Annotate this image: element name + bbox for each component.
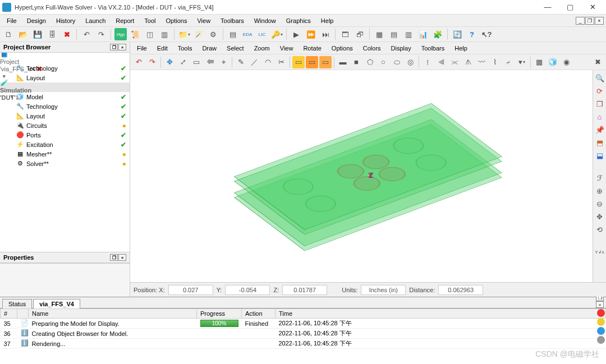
ed-menu-view[interactable]: View	[276, 44, 298, 53]
dot-info-icon[interactable]	[597, 327, 605, 335]
shape-ellipse-icon[interactable]: ⬭	[391, 56, 403, 68]
menu-history[interactable]: History	[52, 16, 80, 25]
via1-icon[interactable]: ⫶	[421, 56, 434, 68]
dot-other-icon[interactable]	[597, 336, 605, 344]
reset-icon[interactable]: ⟲	[594, 224, 605, 235]
anchor-icon[interactable]: ⌖	[217, 56, 229, 68]
help-icon[interactable]: ?	[466, 28, 478, 40]
menu-report[interactable]: Report	[111, 16, 139, 25]
rect-orange2-icon[interactable]: ▭	[319, 56, 332, 68]
menu-view[interactable]: View	[192, 16, 215, 25]
ed-menu-colors[interactable]: Colors	[359, 44, 385, 53]
script-icon[interactable]: 📜	[129, 28, 141, 40]
delete-icon[interactable]: ✖	[61, 28, 73, 40]
mdi-minimize-button[interactable]: _	[576, 17, 585, 25]
run1-icon[interactable]: ▶	[290, 28, 302, 40]
log-close-button[interactable]: ×	[596, 301, 604, 308]
whatsthis-icon[interactable]: ↖?	[480, 28, 493, 40]
ed-menu-toolbars[interactable]: Toolbars	[417, 44, 449, 53]
shape-ring-icon[interactable]: ◎	[404, 56, 416, 68]
cut-icon[interactable]: ✂	[275, 56, 287, 68]
ed-menu-display[interactable]: Display	[387, 44, 416, 53]
ed-menu-zoom[interactable]: Zoom	[250, 44, 274, 53]
log-row[interactable]: 37ℹ️Rendering...2022-11-06, 10:45:28 下午	[1, 339, 606, 349]
rotate-icon[interactable]: ⟳	[594, 85, 605, 96]
mdi-close-button[interactable]: ×	[595, 17, 604, 25]
open-icon[interactable]: 📂	[17, 28, 29, 40]
view-front-icon[interactable]: ⬓	[594, 150, 605, 161]
trace2-icon[interactable]: ⌇	[489, 56, 501, 68]
via4-icon[interactable]: ⩚	[462, 56, 474, 68]
ed-menu-draw[interactable]: Draw	[198, 44, 221, 53]
lic-icon[interactable]: LIC	[256, 28, 268, 40]
tab-status[interactable]: Status	[2, 299, 32, 308]
panel-undock-button[interactable]: ❐	[110, 44, 118, 50]
tree-item[interactable]: ▦Mesher**●	[0, 149, 130, 159]
dropdown-icon[interactable]: ▾	[516, 56, 528, 68]
log-row[interactable]: 36ℹ️Creating Object Browser for Model.20…	[1, 329, 606, 339]
maximize-button[interactable]: ▢	[559, 1, 581, 14]
tab-via-ffs[interactable]: via_FFS_V4	[33, 299, 80, 308]
move-icon[interactable]: ✥	[163, 56, 176, 68]
axes-icon[interactable]: Y↲x	[594, 246, 605, 257]
tree-item[interactable]: 🔌Circuits●	[0, 121, 130, 130]
props-close-button[interactable]: ×	[118, 254, 126, 261]
chart-icon[interactable]: 📊	[417, 28, 429, 40]
module2-icon[interactable]: ▥	[158, 28, 171, 40]
ed-redo-icon[interactable]: ↷	[146, 56, 158, 68]
col-name[interactable]: Name	[29, 309, 197, 319]
zoomout-icon[interactable]: ⊖	[594, 198, 605, 209]
menu-help[interactable]: Help	[316, 16, 338, 25]
shape-square-icon[interactable]: ■	[350, 56, 362, 68]
home-icon[interactable]: ⌂	[594, 111, 605, 122]
window2-icon[interactable]: 🗗	[354, 28, 366, 40]
ed-menu-tools[interactable]: Tools	[173, 44, 197, 53]
saveas-icon[interactable]: 🗄	[46, 28, 58, 40]
via3-icon[interactable]: ⩙	[448, 56, 461, 68]
undo-icon[interactable]: ↶	[80, 28, 93, 40]
pen-icon[interactable]: ✎	[235, 56, 247, 68]
ed-menu-file[interactable]: File	[132, 44, 152, 53]
rect-yellow-icon[interactable]: ▭	[292, 56, 305, 68]
ed-undo-icon[interactable]: ↶	[132, 56, 145, 68]
plugin-icon[interactable]: 🧩	[431, 28, 444, 40]
ed-menu-options[interactable]: Options	[327, 44, 357, 53]
tree-item[interactable]: ⚙Solver**●	[0, 159, 130, 168]
wizard-icon[interactable]: 🪄	[192, 28, 205, 40]
folder-icon[interactable]: 📁	[178, 28, 190, 40]
model-icon[interactable]: 🧊	[547, 56, 559, 68]
col-icon[interactable]	[17, 309, 29, 319]
tree-item[interactable]: 📐Layout✔	[0, 73, 130, 82]
props-undock-button[interactable]: ❐	[110, 254, 118, 261]
panel-close-button[interactable]: ×	[118, 44, 126, 50]
ed-menu-help[interactable]: Help	[450, 44, 472, 53]
zoom-extents-icon[interactable]: 🔍	[594, 72, 605, 84]
save-icon[interactable]: 💾	[31, 28, 44, 40]
dot-warning-icon[interactable]	[597, 318, 605, 326]
key-icon[interactable]: 🔑	[270, 28, 283, 40]
trace3-icon[interactable]: ⌿	[502, 56, 515, 68]
ed-menu-rotate[interactable]: Rotate	[299, 44, 325, 53]
minimize-button[interactable]: —	[536, 1, 559, 14]
refresh-icon[interactable]: 🔄	[451, 28, 463, 40]
tree-item[interactable]: ▾🧪Simulation 'DUT'✖	[0, 82, 130, 92]
menu-file[interactable]: File	[2, 16, 21, 25]
rect-orange-icon[interactable]: ▭	[306, 56, 318, 68]
close-button[interactable]: ✕	[581, 1, 604, 14]
chip-icon[interactable]: ▤	[227, 28, 239, 40]
layout3-icon[interactable]: ▥	[402, 28, 415, 40]
run2-icon[interactable]: ⏩	[305, 28, 317, 40]
new-icon[interactable]: 🗋	[2, 28, 15, 40]
line-icon[interactable]: ／	[248, 56, 260, 68]
menu-tool[interactable]: Tool	[140, 16, 160, 25]
col-action[interactable]: Action	[242, 309, 276, 319]
via2-icon[interactable]: ⫷	[435, 56, 447, 68]
menu-graphics[interactable]: Graphics	[282, 16, 315, 25]
pin-icon[interactable]: 📌	[594, 124, 605, 135]
log-table[interactable]: # Name Progress Action Time 35📄Preparing…	[0, 308, 606, 364]
shape-box-icon[interactable]: ▬	[337, 56, 349, 68]
module1-icon[interactable]: ◫	[144, 28, 156, 40]
select-icon[interactable]: ▭	[190, 56, 203, 68]
redo-icon[interactable]: ↷	[95, 28, 107, 40]
tree-item[interactable]: ⚡Excitation✔	[0, 140, 130, 149]
